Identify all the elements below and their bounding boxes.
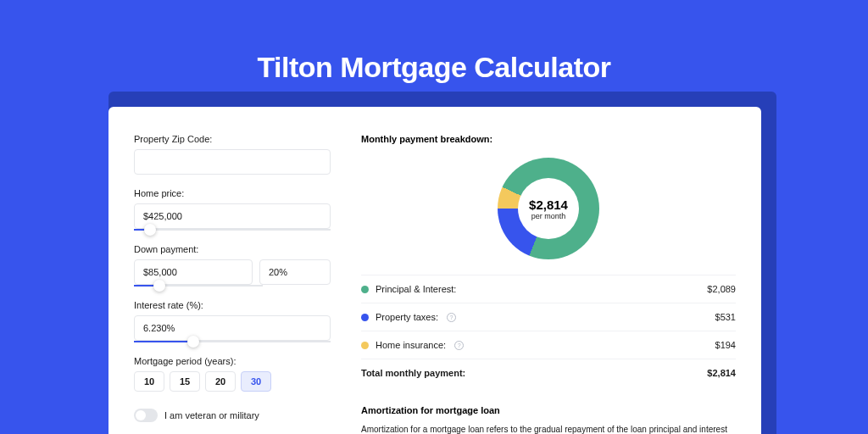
total-label: Total monthly payment:: [361, 368, 465, 378]
info-icon[interactable]: ?: [454, 341, 464, 350]
legend-row: Property taxes: ? $531: [361, 303, 736, 331]
legend-total-row: Total monthly payment: $2,814: [361, 359, 736, 387]
period-button-10[interactable]: 10: [134, 371, 164, 392]
interest-field: Interest rate (%):: [134, 300, 331, 342]
legend-value: $2,089: [707, 284, 736, 294]
down-payment-pct-input[interactable]: [259, 259, 331, 285]
home-price-slider[interactable]: [134, 229, 331, 231]
toggle-knob: [136, 410, 146, 420]
veteran-toggle[interactable]: [134, 409, 158, 422]
calculator-card: Property Zip Code: Home price: Down paym…: [108, 107, 761, 434]
legend-label: Principal & Interest:: [376, 284, 456, 294]
legend-value: $531: [715, 312, 736, 322]
down-payment-field: Down payment:: [134, 244, 331, 287]
legend-label: Property taxes:: [376, 312, 438, 322]
amortization-title: Amortization for mortgage loan: [361, 405, 736, 415]
amortization-text: Amortization for a mortgage loan refers …: [361, 424, 736, 434]
breakdown-column: Monthly payment breakdown: $2,814 per mo…: [361, 134, 736, 434]
zip-label: Property Zip Code:: [134, 134, 331, 144]
total-value: $2,814: [707, 368, 736, 378]
period-button-15[interactable]: 15: [170, 371, 200, 392]
legend-label: Home insurance:: [376, 340, 446, 350]
donut-amount: $2,814: [529, 198, 568, 212]
period-button-20[interactable]: 20: [205, 371, 236, 392]
legend: Principal & Interest: $2,089 Property ta…: [361, 275, 736, 387]
donut-sub: per month: [531, 212, 566, 220]
page-title: Tilton Mortgage Calculator: [0, 0, 868, 84]
donut-center: $2,814 per month: [518, 178, 579, 239]
breakdown-title: Monthly payment breakdown:: [361, 134, 736, 144]
zip-input[interactable]: [134, 149, 331, 175]
legend-row: Home insurance: ? $194: [361, 331, 736, 359]
period-label: Mortgage period (years):: [134, 356, 331, 366]
veteran-label: I am veteran or military: [164, 410, 259, 420]
slider-thumb[interactable]: [187, 336, 199, 348]
period-field: Mortgage period (years): 10152030: [134, 356, 331, 392]
interest-label: Interest rate (%):: [134, 300, 331, 310]
legend-value: $194: [715, 340, 736, 350]
down-payment-label: Down payment:: [134, 244, 331, 254]
down-payment-input[interactable]: [134, 259, 253, 285]
veteran-toggle-row: I am veteran or military: [134, 409, 331, 422]
slider-thumb[interactable]: [153, 280, 165, 292]
legend-dot: [361, 286, 369, 293]
inputs-column: Property Zip Code: Home price: Down paym…: [134, 134, 331, 434]
period-button-30[interactable]: 30: [241, 371, 271, 392]
home-price-input[interactable]: [134, 203, 331, 229]
down-payment-slider[interactable]: [134, 285, 263, 287]
legend-dot: [361, 342, 369, 349]
interest-input[interactable]: [134, 315, 331, 341]
legend-dot: [361, 314, 369, 321]
home-price-field: Home price:: [134, 188, 331, 231]
home-price-label: Home price:: [134, 188, 331, 198]
donut-chart: $2,814 per month: [498, 158, 599, 259]
info-icon[interactable]: ?: [447, 313, 456, 322]
interest-slider[interactable]: [134, 341, 331, 342]
legend-row: Principal & Interest: $2,089: [361, 275, 736, 303]
donut-chart-wrap: $2,814 per month: [361, 158, 736, 259]
slider-thumb[interactable]: [144, 224, 156, 236]
zip-field: Property Zip Code:: [134, 134, 331, 175]
